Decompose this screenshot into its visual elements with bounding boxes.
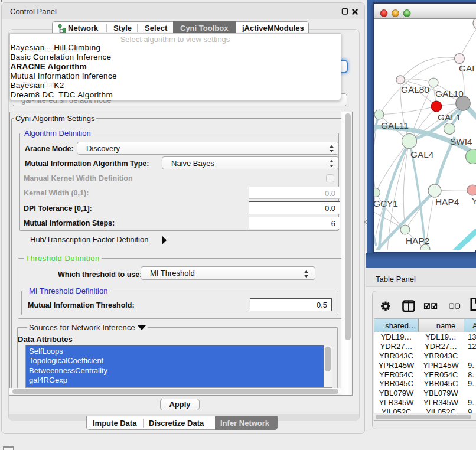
svg-text:GAL4: GAL4 [410,149,434,159]
svg-text:GAL1: GAL1 [438,112,461,122]
svg-text:HAP2: HAP2 [406,236,429,246]
svg-text:GAL80: GAL80 [401,84,429,94]
svg-text:GAL10: GAL10 [435,89,464,99]
svg-text:Y: Y [472,196,476,206]
svg-text:GAL11: GAL11 [381,120,409,131]
svg-text:SWI4: SWI4 [450,136,472,146]
svg-text:HAP4: HAP4 [435,197,459,207]
svg-text:GCY1: GCY1 [374,198,398,208]
svg-text:GAL: GAL [459,63,476,73]
